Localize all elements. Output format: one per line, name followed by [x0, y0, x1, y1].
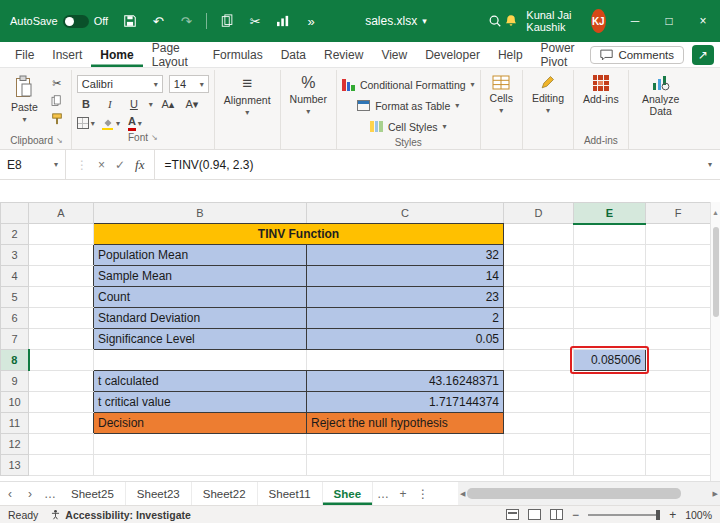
cell-f4[interactable]: [646, 266, 711, 287]
row-header-9[interactable]: 9: [1, 371, 29, 392]
cell-b13[interactable]: [94, 455, 307, 476]
user-name[interactable]: Kunal Jai Kaushik: [526, 9, 582, 33]
undo-icon[interactable]: ↶: [146, 9, 170, 33]
prev-sheet-icon[interactable]: ‹: [0, 482, 20, 505]
cell-e12[interactable]: [574, 434, 646, 455]
decrease-font-size-button[interactable]: A▾: [183, 96, 201, 112]
zoom-level[interactable]: 100%: [685, 509, 712, 521]
cell-b10[interactable]: t critical value: [94, 392, 307, 413]
zoom-in-icon[interactable]: +: [669, 508, 676, 522]
cut-icon[interactable]: ✂: [243, 9, 267, 33]
tab-review[interactable]: Review: [315, 42, 372, 67]
column-header-e[interactable]: E: [574, 203, 646, 224]
name-box[interactable]: E8 ▾: [0, 150, 66, 179]
tab-insert[interactable]: Insert: [43, 42, 91, 67]
expand-formula-bar-icon[interactable]: ▾: [700, 150, 720, 179]
close-button[interactable]: ×: [686, 0, 720, 42]
zoom-slider[interactable]: [588, 514, 660, 516]
page-layout-view-icon[interactable]: [528, 509, 541, 520]
cell-a7[interactable]: [29, 329, 94, 350]
cell-e6[interactable]: [574, 308, 646, 329]
row-header-8[interactable]: 8: [1, 350, 29, 371]
tab-file[interactable]: File: [6, 42, 43, 67]
underline-button[interactable]: U: [125, 96, 143, 112]
column-header-b[interactable]: B: [94, 203, 307, 224]
cell-e3[interactable]: [574, 245, 646, 266]
cell-a11[interactable]: [29, 413, 94, 434]
autosave-control[interactable]: AutoSave Off: [10, 15, 108, 28]
italic-button[interactable]: I: [101, 96, 119, 112]
cell-b6[interactable]: Standard Deviation: [94, 308, 307, 329]
document-title[interactable]: sales.xlsx ▾: [365, 14, 427, 28]
font-size-select[interactable]: 14 ▾: [169, 75, 209, 93]
cell-d10[interactable]: [504, 392, 574, 413]
number-format-button[interactable]: % Number ▾: [286, 72, 331, 116]
autosave-toggle[interactable]: [63, 15, 89, 28]
copy-button[interactable]: [48, 93, 66, 109]
share-button[interactable]: ↗: [692, 45, 714, 65]
horizontal-scrollbar[interactable]: ◀ ▶: [458, 482, 720, 505]
cell-f6[interactable]: [646, 308, 711, 329]
bold-button[interactable]: B: [77, 96, 95, 112]
cell-c13[interactable]: [307, 455, 504, 476]
scroll-up-icon[interactable]: ▲: [712, 202, 719, 223]
tab-help[interactable]: Help: [489, 42, 532, 67]
cell-b7[interactable]: Significance Level: [94, 329, 307, 350]
row-header-10[interactable]: 10: [1, 392, 29, 413]
redo-icon[interactable]: ↷: [174, 9, 198, 33]
row-header-13[interactable]: 13: [1, 455, 29, 476]
sheet-tab-sheet11[interactable]: Sheet11: [258, 482, 323, 505]
zoom-out-icon[interactable]: −: [572, 508, 579, 522]
avatar[interactable]: KJ: [591, 9, 606, 33]
cell-b5[interactable]: Count: [94, 287, 307, 308]
cancel-button[interactable]: ×: [98, 158, 105, 172]
dialog-launcher-icon[interactable]: ↘: [56, 136, 63, 145]
cell-e11[interactable]: [574, 413, 646, 434]
maximize-button[interactable]: □: [652, 0, 686, 42]
cell-d13[interactable]: [504, 455, 574, 476]
normal-view-icon[interactable]: [506, 509, 519, 520]
row-header-12[interactable]: 12: [1, 434, 29, 455]
cell-d4[interactable]: [504, 266, 574, 287]
formula-input[interactable]: =TINV(0.94, 2.3): [155, 150, 700, 179]
tab-data[interactable]: Data: [272, 42, 315, 67]
tab-home[interactable]: Home: [91, 42, 142, 67]
cell-c3[interactable]: 32: [307, 245, 504, 266]
cell-b9[interactable]: t calculated: [94, 371, 307, 392]
horizontal-scroll-thumb[interactable]: [467, 488, 681, 499]
cell-a9[interactable]: [29, 371, 94, 392]
vertical-scrollbar[interactable]: ▲: [710, 202, 720, 481]
sheet-tab-active[interactable]: Shee: [323, 482, 374, 505]
sheet-tab-sheet22[interactable]: Sheet22: [192, 482, 258, 505]
sheet-list-ellipsis-icon[interactable]: …: [40, 482, 60, 505]
enter-button[interactable]: ✓: [115, 158, 125, 172]
cell-f13[interactable]: [646, 455, 711, 476]
cell-styles-button[interactable]: Cell Styles ▾: [342, 117, 475, 136]
cell-a8[interactable]: [29, 350, 94, 371]
cell-b4[interactable]: Sample Mean: [94, 266, 307, 287]
cell-c8[interactable]: [307, 350, 504, 371]
cell-f2[interactable]: [646, 224, 711, 245]
cell-c11[interactable]: Reject the null hypothesis: [307, 413, 504, 434]
paste-button[interactable]: Paste ▾: [7, 72, 42, 124]
cell-d3[interactable]: [504, 245, 574, 266]
chart-icon[interactable]: [271, 9, 295, 33]
row-header-6[interactable]: 6: [1, 308, 29, 329]
font-color-button[interactable]: A▾: [126, 115, 144, 131]
cell-title-b2[interactable]: TINV Function: [94, 224, 504, 245]
cell-d9[interactable]: [504, 371, 574, 392]
tab-developer[interactable]: Developer: [416, 42, 489, 67]
cell-c12[interactable]: [307, 434, 504, 455]
zoom-slider-thumb[interactable]: [656, 510, 660, 520]
tab-options-icon[interactable]: ⋮: [413, 482, 433, 505]
cell-a2[interactable]: [29, 224, 94, 245]
more-vertical-icon[interactable]: ⋮: [76, 158, 88, 172]
cell-a13[interactable]: [29, 455, 94, 476]
addins-button[interactable]: Add-ins: [579, 72, 623, 105]
cells-button[interactable]: Cells ▾: [486, 72, 517, 115]
cell-a5[interactable]: [29, 287, 94, 308]
borders-button[interactable]: ▾: [77, 115, 95, 131]
notification-bell-icon[interactable]: [503, 9, 518, 33]
sheet-tab-sheet23[interactable]: Sheet23: [126, 482, 192, 505]
comments-button[interactable]: Comments: [590, 46, 684, 64]
